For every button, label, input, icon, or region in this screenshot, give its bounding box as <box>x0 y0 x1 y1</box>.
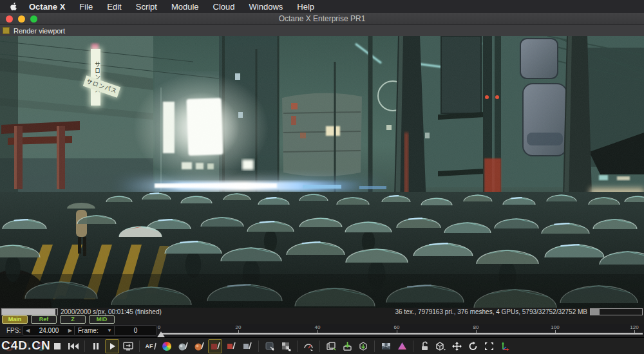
focus-picker-icon[interactable]: AF <box>144 339 158 353</box>
render-progress-bar <box>1 308 58 315</box>
region-render-icon[interactable] <box>263 339 277 353</box>
pass-main-button[interactable]: Main <box>2 315 28 324</box>
background-toggle-icon[interactable] <box>379 339 393 353</box>
scene-stats-text: 36 tex., 7979163 pri., 376 meshes, 4 GPU… <box>395 308 587 315</box>
pass-ref-button[interactable]: Ref <box>31 315 57 324</box>
timeline-ruler[interactable]: 0 20 40 60 80 100 120 <box>0 324 644 337</box>
gray-material-icon[interactable] <box>240 339 254 353</box>
axis-gizmo-icon[interactable] <box>498 339 512 353</box>
save-image-icon[interactable] <box>340 339 354 353</box>
material-picker-icon[interactable] <box>176 339 190 353</box>
gpu-memory-bar <box>590 308 643 315</box>
tick-20: 20 <box>236 324 242 330</box>
menu-module[interactable]: Module <box>171 2 199 12</box>
play-render-icon[interactable] <box>105 339 119 353</box>
menu-script[interactable]: Script <box>136 2 157 12</box>
render-progress-text: 2000/2000 s/px, 00:01:45 (finished) <box>61 308 162 315</box>
object-picker-icon[interactable] <box>208 339 222 353</box>
copy-image-icon[interactable] <box>324 339 338 353</box>
priority-gauge-icon[interactable] <box>301 339 316 353</box>
dollar-box-icon[interactable]: $ <box>18 339 32 353</box>
tick-100: 100 <box>551 324 559 330</box>
pause-render-icon[interactable] <box>89 339 103 353</box>
viewport-tab-label[interactable]: Render viewport <box>14 27 65 35</box>
spectrum-icon[interactable] <box>395 339 409 353</box>
alpha-region-icon[interactable] <box>279 339 293 353</box>
tick-60: 60 <box>394 324 400 330</box>
timeline-track[interactable] <box>161 333 643 335</box>
pan-icon[interactable] <box>450 339 464 353</box>
camera-mode-icon[interactable] <box>433 339 448 353</box>
tick-0: 0 <box>158 324 160 330</box>
red-material-icon[interactable] <box>224 339 238 353</box>
timeline-playhead[interactable] <box>157 331 165 337</box>
macos-menu-bar: Octane X File Edit Script Module Cloud W… <box>0 0 644 13</box>
svg-text:$: $ <box>24 344 27 349</box>
export-image-icon[interactable] <box>356 339 370 353</box>
pass-mid-button[interactable]: MID <box>89 315 115 324</box>
rgb-sphere-icon[interactable] <box>34 339 48 353</box>
refresh-viewport-icon[interactable] <box>121 339 135 353</box>
white-balance-picker-icon[interactable] <box>160 339 174 353</box>
emitter-picker-icon[interactable] <box>192 339 206 353</box>
render-status-bar: 2000/2000 s/px, 00:01:45 (finished) 36 t… <box>0 308 644 315</box>
tick-120: 120 <box>630 324 638 330</box>
apple-logo-icon[interactable] <box>9 2 19 12</box>
octane-logo-icon[interactable] <box>2 339 16 353</box>
window-title-bar: Octane X Enterprise PR1 <box>0 13 644 25</box>
menu-cloud[interactable]: Cloud <box>213 2 235 12</box>
stop-render-icon[interactable] <box>50 339 64 353</box>
pass-z-button[interactable]: Z <box>60 315 86 324</box>
restart-render-icon[interactable] <box>66 339 80 353</box>
menu-help[interactable]: Help <box>297 2 314 12</box>
tick-40: 40 <box>315 324 321 330</box>
window-title: Octane X Enterprise PR1 <box>0 14 644 23</box>
menu-file[interactable]: File <box>79 2 93 12</box>
menu-app-name[interactable]: Octane X <box>29 2 65 12</box>
viewport-tab-strip: Render viewport <box>0 25 644 36</box>
viewport-tab-icon <box>3 27 10 34</box>
rotate-icon[interactable] <box>466 339 480 353</box>
tick-80: 80 <box>473 324 479 330</box>
render-pass-bar: Main Ref Z MID <box>0 315 644 324</box>
render-viewport-canvas[interactable]: サロンパス サロンパス <box>0 36 644 308</box>
zoom-fit-icon[interactable] <box>482 339 496 353</box>
octane-x-window: { "menu_bar": { "app_name": "Octane X", … <box>0 0 644 354</box>
viewport-toolbar: $ AF <box>0 337 644 354</box>
lock-resolution-icon[interactable] <box>417 339 431 353</box>
menu-windows[interactable]: Windows <box>249 2 283 12</box>
timeline-bar: FPS: ◀ 24.000 ▶ Frame: ▼ 0 0 20 40 60 80… <box>0 324 644 337</box>
menu-edit[interactable]: Edit <box>107 2 121 12</box>
